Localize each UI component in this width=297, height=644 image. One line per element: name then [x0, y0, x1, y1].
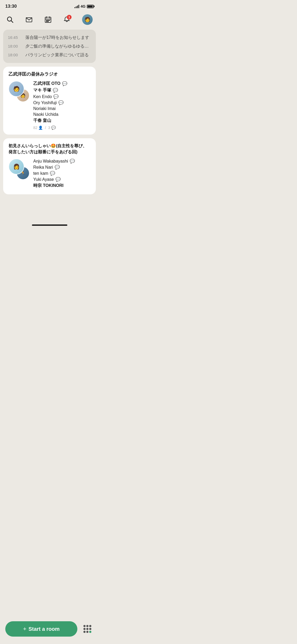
speaker-name: 千春 畠山: [33, 118, 51, 123]
svg-point-0: [7, 17, 12, 21]
chat-bubble-icon: 💬: [55, 177, 61, 182]
room-avatar-main-2: 👩: [8, 159, 24, 174]
scheduled-time-2: 18:00: [8, 44, 22, 48]
svg-point-11: [48, 21, 48, 22]
room-title-2: 初見さんいらっしゃい🤩(自主性を尊び、発言したい方は順番に手をあげる回): [8, 143, 91, 155]
chat-bubble-icon: 💬: [50, 171, 55, 176]
room-card-2[interactable]: 初見さんいらっしゃい🤩(自主性を尊び、発言したい方は順番に手をあげる回) 👩 🏃…: [3, 138, 96, 194]
speaker-row: 乙武洋匡 OTO 💬: [33, 81, 91, 86]
notification-badge: 1: [67, 15, 72, 20]
speaker-row: Anju Wakabayashi 💬: [33, 159, 91, 164]
speaker-row: Ory Yoshifuji 💬: [33, 100, 91, 105]
chat-bubble-icon: 💬: [53, 88, 58, 93]
speaker-name: ten kam: [33, 171, 48, 176]
speaker-name: Noriaki Imai: [33, 106, 55, 111]
home-indicator: [32, 224, 67, 226]
status-bar: 13:30 4G: [0, 0, 99, 11]
avatar: 🧑: [82, 14, 93, 25]
scheduled-title-2: 夕ご飯の準備しながらゆるゆる…: [25, 44, 89, 49]
room-avatars-2: 👩 🏃: [8, 159, 30, 180]
status-time: 13:30: [5, 4, 17, 9]
header-toolbar: 1 🧑: [0, 11, 99, 30]
chat-bubble-icon: 💬: [62, 81, 67, 86]
mail-icon: [25, 16, 33, 23]
scheduled-item[interactable]: 18:00 夕ご飯の準備しながらゆるゆる…: [8, 42, 91, 51]
scheduled-title-1: 落合陽一が17時をお知らせします: [25, 35, 89, 40]
chat-count: 3 💬: [48, 126, 56, 130]
speaker-name: マキ 手塚: [33, 88, 51, 93]
mail-button[interactable]: [24, 15, 34, 24]
speaker-name: 乙武洋匡 OTO: [33, 81, 60, 86]
svg-point-9: [49, 20, 49, 21]
search-button[interactable]: [5, 15, 15, 24]
room-title-1: 乙武洋匡の昼休みラジオ: [8, 71, 91, 77]
svg-point-7: [46, 20, 47, 21]
profile-button[interactable]: 🧑: [81, 13, 94, 26]
svg-point-8: [48, 20, 48, 21]
scheduled-time-1: 16:45: [8, 35, 22, 40]
signal-icon: [74, 4, 79, 8]
svg-point-10: [46, 21, 47, 22]
scheduled-item[interactable]: 16:45 落合陽一が17時をお知らせします: [8, 33, 91, 42]
network-type: 4G: [81, 4, 86, 8]
speaker-row: ten kam 💬: [33, 171, 91, 176]
speaker-name: Ken Endo: [33, 94, 52, 99]
room-speakers-2: Anju Wakabayashi 💬 Reika Nari 💬 ten kam …: [33, 159, 91, 190]
speaker-row: 千春 畠山: [33, 118, 91, 123]
main-content: 16:45 落合陽一が17時をお知らせします 18:00 夕ご飯の準備しながらゆ…: [0, 30, 99, 224]
room-speakers-1: 乙武洋匡 OTO 💬 マキ 手塚 💬 Ken Endo 💬 Ory Yoshif…: [33, 81, 91, 130]
speaker-name: Anju Wakabayashi: [33, 159, 68, 164]
speaker-name: Naoki Uchida: [33, 112, 58, 117]
scheduled-time-3: 18:00: [8, 53, 22, 57]
chat-bubble-icon: 💬: [70, 159, 75, 164]
notifications-button[interactable]: 1: [62, 15, 72, 24]
speaker-row: Noriaki Imai: [33, 106, 91, 111]
scheduled-section: 16:45 落合陽一が17時をお知らせします 18:00 夕ご飯の準備しながらゆ…: [3, 30, 96, 63]
listener-count: 82 👤: [33, 126, 43, 130]
chat-bubble-icon: 💬: [58, 100, 64, 105]
speaker-row: Reika Nari 💬: [33, 165, 91, 170]
room-avatars-1: 🧑 🧑: [8, 81, 30, 102]
speaker-name: 時宗 TOKINORI: [33, 183, 63, 188]
calendar-icon: [44, 16, 52, 23]
speaker-row: マキ 手塚 💬: [33, 88, 91, 93]
speaker-name: Yuki Ayase: [33, 177, 54, 182]
speaker-row: Naoki Uchida: [33, 112, 91, 117]
svg-line-1: [11, 21, 13, 23]
room-card-1[interactable]: 乙武洋匡の昼休みラジオ 🧑 🧑 乙武洋匡 OTO 💬 マキ 手塚 💬: [3, 67, 96, 135]
speaker-row: Yuki Ayase 💬: [33, 177, 91, 182]
speaker-name: Reika Nari: [33, 165, 53, 170]
battery-icon: [87, 5, 94, 8]
stat-separator: /: [45, 126, 46, 130]
speaker-name: Ory Yoshifuji: [33, 100, 57, 105]
chat-bubble-icon: 💬: [55, 165, 60, 170]
status-right: 4G: [74, 4, 94, 8]
speaker-row: Ken Endo 💬: [33, 94, 91, 99]
room-content-2: 👩 🏃 Anju Wakabayashi 💬 Reika Nari 💬 ten …: [8, 159, 91, 190]
speaker-row: 時宗 TOKINORI: [33, 183, 91, 188]
room-content-1: 🧑 🧑 乙武洋匡 OTO 💬 マキ 手塚 💬 Ken Endo 💬: [8, 81, 91, 130]
calendar-button[interactable]: [43, 15, 53, 24]
room-stats-1: 82 👤 / 3 💬: [33, 126, 91, 130]
search-icon: [6, 16, 14, 23]
chat-bubble-icon: 💬: [53, 94, 59, 99]
scheduled-item[interactable]: 18:00 パラリンピック業界について語る: [8, 51, 91, 59]
scheduled-title-3: パラリンピック業界について語る: [25, 52, 89, 58]
